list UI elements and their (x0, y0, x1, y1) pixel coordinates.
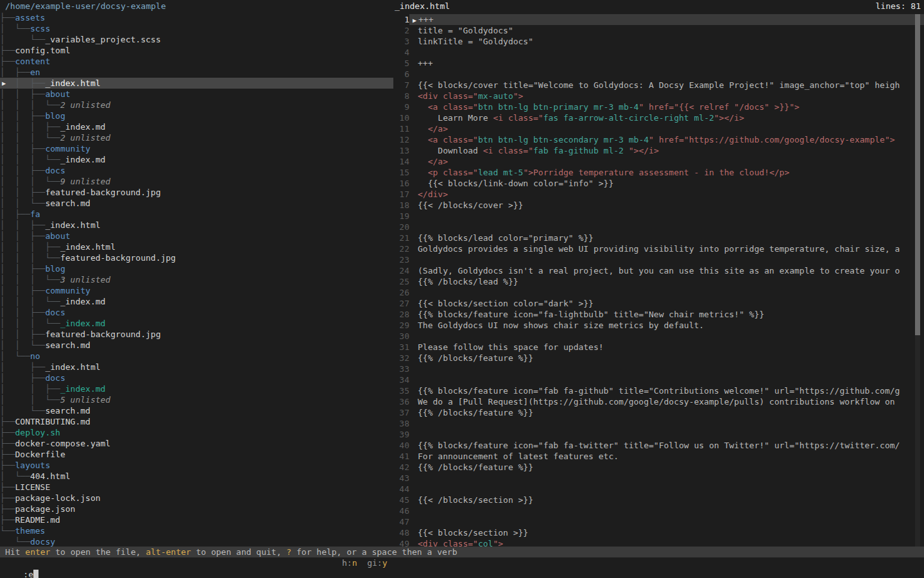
tree-entry-name: 2 unlisted (60, 133, 110, 143)
tree-row[interactable]: │ │ └──search.md (0, 340, 393, 351)
tree-row[interactable]: │ ├──en (0, 67, 393, 78)
line-number: 16 (393, 178, 409, 189)
text-segment: </a> (428, 157, 448, 166)
tree-row[interactable]: │ ├──_index.html (0, 362, 393, 372)
line-number: 29 (393, 320, 409, 331)
code-line: 43 (393, 473, 924, 484)
tree-row[interactable]: │ │ │ ├──_index.md (0, 121, 393, 132)
tree-row[interactable]: │ │ ├──featured-background.jpg (0, 187, 393, 198)
tree-row[interactable]: │ └──404.html (0, 471, 393, 482)
code-line-content: <a class="btn btn-lg btn-secondary mr-3 … (409, 134, 924, 145)
tree-row[interactable]: │ │ ├──blog (0, 110, 393, 121)
tree-entry-name: _index.html (45, 78, 100, 88)
text-segment: <div class=" (418, 539, 478, 547)
tree-branch-lines: │ │ ├── (0, 264, 45, 274)
tree-row[interactable]: ▶ │ ├──_index.html (0, 78, 393, 89)
tree-row[interactable]: ├──CONTRIBUTING.md (0, 416, 393, 427)
tree-row[interactable]: ├──deploy.sh (0, 427, 393, 438)
tree-row[interactable]: │ └──scss (0, 23, 393, 34)
tree-row[interactable]: ├──docker-compose.yaml (0, 438, 393, 449)
code-line-content: {{% blocks/lead color="primary" %}} (409, 232, 924, 243)
root-path: /home/example-user/docsy-example (0, 0, 393, 12)
tree-row[interactable]: │ ├──fa (0, 209, 393, 220)
line-number: 48 (393, 527, 409, 538)
tree-row[interactable]: │ │ ├──community (0, 143, 393, 154)
tree-row[interactable]: │ │ │ └──_index.md (0, 296, 393, 307)
tree-row[interactable]: │ │ │ └──9 unlisted (0, 176, 393, 187)
preview-line-count: lines: 81 (876, 0, 921, 13)
tree-row[interactable]: │ │ ├──featured-background.jpg (0, 329, 393, 340)
code-line: 32{{% /blocks/feature %}} (393, 353, 924, 363)
tree-row[interactable]: │ │ │ ├──_index.html (0, 241, 393, 252)
tree-branch-lines: │ └── (0, 471, 30, 481)
line-number: 35 (393, 385, 409, 396)
text-segment: {{< blocks/cover title="Welcome to Goldy… (418, 80, 900, 90)
tree-row[interactable]: │ │ ├──docs (0, 165, 393, 176)
tree-row[interactable]: │ │ ├──_index.html (0, 220, 393, 231)
line-number: 19 (393, 211, 409, 222)
text-segment: <a class=" (428, 102, 478, 112)
tree-row[interactable]: │ │ ├──docs (0, 307, 393, 318)
tree-row[interactable]: │ │ │ └──2 unlisted (0, 100, 393, 110)
line-number: 37 (393, 407, 409, 418)
code-line-content: <a class="btn btn-lg btn-primary mr-3 mb… (409, 101, 924, 112)
tree-row[interactable]: │ │ └──5 unlisted (0, 394, 393, 405)
tree-row[interactable]: ├──layouts (0, 460, 393, 471)
tree-row[interactable]: ├──Dockerfile (0, 449, 393, 460)
tree-row[interactable]: │ │ │ └──2 unlisted (0, 132, 393, 143)
tree-row[interactable]: │ │ ├──about (0, 89, 393, 100)
tree-row[interactable]: │ └──no (0, 351, 393, 362)
code-line-content: {{< /blocks/cover >}} (409, 200, 924, 211)
tree-entry-name: themes (15, 526, 45, 536)
scrollbar-thumb[interactable] (915, 14, 920, 335)
line-number: 46 (393, 505, 409, 516)
tree-row[interactable]: ├──README.md (0, 514, 393, 525)
preview-scrollbar[interactable] (915, 14, 920, 547)
tree-row[interactable]: │ └──_variables_project.scss (0, 34, 393, 45)
tree-row[interactable]: │ │ │ └──_index.md (0, 154, 393, 165)
tree-row[interactable]: ├──config.toml (0, 45, 393, 56)
tree-entry-name: 404.html (30, 471, 71, 481)
tree-row[interactable]: ├──LICENSE (0, 482, 393, 493)
tree-entry-name: en (30, 67, 40, 77)
tree-branch-lines: │ │ ├── (0, 144, 45, 153)
tree-entry-name: package.json (15, 504, 75, 514)
tree-branch-lines: ├── (0, 428, 15, 437)
selection-arrow-icon: ▶ (413, 17, 416, 24)
tree-row[interactable]: │ │ │ └──featured-background.jpg (0, 252, 393, 263)
command-input-line[interactable]: :e h:n gi:y (0, 557, 924, 569)
code-line: 29The Goldydocs UI now shows chair size … (393, 320, 924, 331)
tree-row[interactable]: └──docsy (0, 536, 393, 547)
code-line-content: ▶+++ (409, 14, 924, 25)
code-line: 6 (393, 69, 924, 80)
tree-row[interactable]: │ │ │ └──3 unlisted (0, 274, 393, 285)
tree-row[interactable]: │ │ ├──_index.md (0, 383, 393, 394)
tree-row[interactable]: │ │ │ └──_index.md (0, 318, 393, 329)
tree-branch-lines: │ └── (0, 351, 30, 361)
text-segment: The Goldydocs UI now shows chair size me… (418, 320, 704, 330)
tree-entry-name: no (30, 351, 40, 361)
line-number: 1 (393, 14, 409, 25)
tree-row[interactable]: │ │ ├──about (0, 231, 393, 241)
tree-row[interactable]: ├──assets (0, 12, 393, 23)
text-segment: For announcement of latest features etc. (418, 451, 619, 461)
code-line: 8<div class="mx-auto"> (393, 91, 924, 101)
tree-row[interactable]: ├──package-lock.json (0, 493, 393, 504)
tree-row[interactable]: │ └──search.md (0, 405, 393, 416)
line-number: 25 (393, 276, 409, 287)
code-preview: 1▶+++2title = "Goldydocs"3linkTitle = "G… (393, 14, 924, 547)
tree-row[interactable]: │ ├──docs (0, 372, 393, 383)
command-input-text: :e (23, 570, 33, 578)
tree-row[interactable]: └──themes (0, 525, 393, 536)
text-segment: {{% /blocks/feature %}} (418, 462, 533, 472)
tree-row[interactable]: │ │ └──search.md (0, 198, 393, 209)
line-number: 41 (393, 451, 409, 462)
text-segment: to open and quit, (191, 547, 287, 557)
tree-row[interactable]: ├──package.json (0, 504, 393, 514)
tree-entry-name: Dockerfile (15, 450, 65, 459)
line-number: 47 (393, 516, 409, 527)
tree-row[interactable]: ├──content (0, 56, 393, 67)
tree-row[interactable]: │ │ ├──blog (0, 263, 393, 274)
text-segment: " href="{{< relref "/docs" >}}"> (638, 102, 799, 112)
tree-row[interactable]: │ │ ├──community (0, 285, 393, 296)
